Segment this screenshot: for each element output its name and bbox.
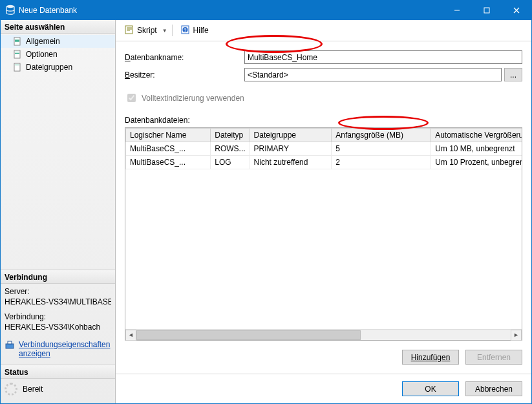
cell-initial-size[interactable]: 2 (332, 156, 431, 169)
properties-icon (5, 340, 15, 350)
nav-item-options[interactable]: Optionen (1, 48, 115, 61)
connection-label: Verbindung: (5, 312, 111, 322)
nav-item-label: Allgemein (26, 37, 60, 46)
scroll-right-button[interactable]: ► (511, 330, 522, 341)
sidebar: Seite auswählen Allgemein Optionen Datei… (1, 20, 116, 403)
svg-rect-12 (14, 63, 20, 71)
help-icon: ? (180, 25, 191, 37)
connection-properties-link[interactable]: Verbindungseigenschaften anzeigen (19, 340, 111, 358)
svg-rect-13 (15, 65, 19, 65)
table-row[interactable]: MultiBaseCS_... ROWS... PRIMARY 5 Um 10 … (126, 142, 522, 156)
section-header-connection: Verbindung (1, 270, 115, 284)
svg-point-0 (6, 5, 14, 7)
titlebar: Neue Datenbank (1, 1, 531, 20)
connection-props-row: Verbindungseigenschaften anzeigen (1, 337, 115, 365)
page-icon (12, 62, 23, 72)
scroll-left-button[interactable]: ◄ (125, 330, 136, 341)
content-area: Datenbankname: Besitzer: ... Volltextind… (116, 41, 531, 374)
cell-filetype: LOG (211, 156, 250, 169)
dbname-row: Datenbankname: (125, 50, 522, 64)
page-icon (12, 36, 23, 47)
spinner-icon (5, 383, 17, 396)
scroll-thumb[interactable] (136, 330, 361, 340)
minimize-button[interactable] (442, 1, 472, 20)
svg-rect-11 (15, 53, 19, 54)
files-grid-wrap: Logischer Name Dateityp Dateigruppe Anfa… (125, 127, 522, 341)
nav-item-label: Optionen (26, 50, 58, 59)
add-button[interactable]: Hinzufügen (402, 350, 459, 365)
maximize-button[interactable] (472, 1, 502, 20)
svg-rect-16 (125, 26, 133, 34)
server-label: Server: (5, 286, 111, 297)
files-grid-scroll[interactable]: Logischer Name Dateityp Dateigruppe Anfa… (125, 128, 522, 329)
status-row: Bereit (1, 379, 115, 403)
nav-item-filegroups[interactable]: Dateigruppen (1, 61, 115, 74)
col-initial-size[interactable]: Anfangsgröße (MB) (332, 129, 431, 142)
svg-text:?: ? (184, 28, 186, 32)
connection-value: HERAKLES-VS34\Kohbach (5, 322, 111, 332)
files-grid: Logischer Name Dateityp Dateigruppe Anfa… (125, 128, 522, 169)
section-header-status: Status (1, 365, 115, 379)
script-icon (124, 25, 134, 37)
nav-item-general[interactable]: Allgemein (1, 35, 115, 48)
window-buttons (442, 1, 531, 20)
col-logical-name[interactable]: Logischer Name (126, 129, 211, 142)
status-value: Bereit (23, 385, 43, 394)
ok-button[interactable]: OK (402, 381, 459, 396)
remove-button: Entfernen (465, 350, 522, 365)
horizontal-scrollbar[interactable]: ◄ ► (125, 329, 522, 340)
col-filetype[interactable]: Dateityp (211, 129, 250, 142)
owner-row: Besitzer: ... (125, 68, 522, 81)
svg-rect-6 (15, 39, 19, 39)
nav-item-label: Dateigruppen (26, 63, 72, 72)
svg-rect-15 (8, 341, 12, 344)
svg-rect-14 (6, 344, 14, 348)
col-autogrowth[interactable]: Automatische Vergrößerung/Maximale Größe (431, 129, 522, 142)
cell-filegroup: Nicht zutreffend (250, 156, 332, 169)
cell-logical-name[interactable]: MultiBaseCS_... (126, 156, 211, 169)
script-label: Skript (137, 26, 157, 35)
grid-header-row: Logischer Name Dateityp Dateigruppe Anfa… (126, 129, 522, 142)
toolbar-separator (172, 25, 173, 36)
cell-autogrowth: Um 10 Prozent, unbegrenzt (431, 156, 522, 169)
server-value: HERAKLES-VS34\MULTIBASECS (5, 297, 111, 307)
owner-browse-button[interactable]: ... (504, 68, 522, 81)
svg-rect-8 (15, 41, 19, 42)
cell-initial-size[interactable]: 5 (332, 142, 431, 156)
fulltext-label: Volltextindizierung verwenden (142, 94, 244, 103)
window-title: Neue Datenbank (19, 6, 442, 15)
help-label: Hilfe (193, 26, 209, 35)
page-nav-list: Allgemein Optionen Dateigruppen (1, 34, 115, 80)
scroll-track[interactable] (136, 330, 511, 341)
script-dropdown-caret[interactable]: ▼ (162, 28, 167, 34)
dialog-window: Neue Datenbank Seite auswählen Allgemein… (0, 0, 532, 404)
section-header-pages: Seite auswählen (1, 20, 115, 34)
fulltext-row: Volltextindizierung verwenden (125, 92, 522, 104)
svg-rect-2 (484, 8, 489, 13)
cell-filegroup[interactable]: PRIMARY (250, 142, 332, 156)
cancel-button[interactable]: Abbrechen (465, 381, 522, 396)
toolbar: Skript ▼ ? Hilfe (116, 20, 531, 41)
svg-rect-10 (15, 52, 19, 52)
cell-logical-name[interactable]: MultiBaseCS_... (126, 142, 211, 156)
col-filegroup[interactable]: Dateigruppe (250, 129, 332, 142)
help-button[interactable]: ? Hilfe (177, 23, 212, 38)
dbname-label: Datenbankname: (125, 53, 244, 62)
connection-info: Server: HERAKLES-VS34\MULTIBASECS Verbin… (1, 284, 115, 337)
owner-input[interactable] (244, 68, 502, 81)
close-button[interactable] (502, 1, 531, 20)
main-panel: Skript ▼ ? Hilfe Datenbankname: Besitzer… (116, 20, 531, 403)
cell-filetype: ROWS... (211, 142, 250, 156)
dbname-input[interactable] (244, 50, 522, 64)
files-label: Datenbankdateien: (125, 116, 522, 125)
dialog-body: Seite auswählen Allgemein Optionen Datei… (1, 20, 531, 403)
dialog-footer: OK Abbrechen (116, 374, 531, 403)
script-button[interactable]: Skript (121, 23, 160, 38)
database-icon (6, 5, 15, 17)
grid-button-row: Hinzufügen Entfernen (125, 341, 522, 374)
svg-rect-7 (15, 40, 19, 41)
table-row[interactable]: MultiBaseCS_... LOG Nicht zutreffend 2 U… (126, 156, 522, 169)
owner-label: Besitzer: (125, 70, 244, 80)
cell-autogrowth: Um 10 MB, unbegrenzt (431, 142, 522, 156)
page-icon (12, 49, 23, 59)
